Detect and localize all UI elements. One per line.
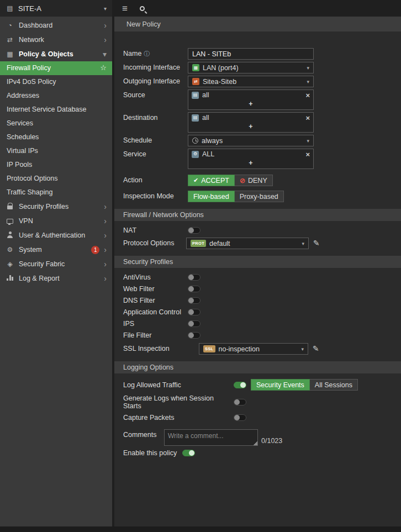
remove-service-icon[interactable]: ×	[305, 151, 310, 158]
add-destination-button[interactable]: +	[188, 123, 313, 132]
security-events-button[interactable]: Security Events	[251, 379, 310, 391]
sidebar-item-traffic-shaping[interactable]: Traffic Shaping	[0, 186, 112, 199]
comments-row: Comments 0/1023	[123, 429, 390, 446]
ssl-inspection-label: SSL Inspection	[123, 343, 199, 352]
capture-packets-toggle[interactable]	[234, 414, 246, 421]
sidebar-item-dashboard[interactable]: ◔ Dashboard ›	[0, 18, 112, 33]
sidebar-item-security-profiles[interactable]: Security Profiles ›	[0, 199, 112, 214]
caret-down-icon: ▾	[301, 346, 304, 352]
site-name: SITE-A	[18, 4, 41, 13]
vpn-monitor-icon	[6, 218, 14, 225]
deny-button[interactable]: ⊘ DENY	[235, 175, 273, 186]
antivirus-row: AntiVirus	[123, 273, 390, 281]
caret-down-icon: ▾	[302, 241, 304, 246]
file-filter-toggle[interactable]	[188, 332, 200, 339]
proxy-based-button[interactable]: Proxy-based	[235, 191, 284, 202]
log-allowed-traffic-label: Log Allowed Traffic	[123, 381, 234, 389]
nat-toggle[interactable]	[188, 227, 200, 234]
sidebar-item-services[interactable]: Services	[0, 117, 112, 130]
source-entry[interactable]: ▤ all ×	[188, 90, 313, 100]
comments-textarea[interactable]	[164, 429, 258, 446]
remove-source-icon[interactable]: ×	[305, 92, 310, 99]
accept-button[interactable]: ✔ ACCEPT	[188, 175, 235, 186]
sidebar-item-internet-service-database[interactable]: Internet Service Database	[0, 103, 112, 117]
section-security-profiles: Security Profiles	[114, 256, 401, 268]
outgoing-interface-value: Sitea-Siteb	[203, 78, 236, 86]
site-selector[interactable]: ▤ SITE-A ▾	[0, 0, 112, 17]
outgoing-interface-select[interactable]: ⇄ Sitea-Siteb ▾	[188, 76, 314, 87]
sidebar-item-system[interactable]: ⚙ System 1 ›	[0, 243, 112, 257]
schedule-select[interactable]: always ▾	[188, 135, 314, 146]
enable-policy-toggle[interactable]	[182, 450, 195, 456]
ssl-inspection-select[interactable]: SSL no-inspection ▾	[199, 343, 308, 355]
address-icon: ▤	[192, 92, 199, 99]
sidebar-item-firewall-policy[interactable]: Firewall Policy ☆	[0, 61, 112, 75]
incoming-interface-select[interactable]: ▦ LAN (port4) ▾	[188, 62, 314, 73]
incoming-interface-value: LAN (port4)	[203, 64, 239, 72]
ssl-badge: SSL	[203, 345, 215, 352]
outgoing-interface-row: Outgoing Interface ⇄ Sitea-Siteb ▾	[123, 76, 390, 87]
sidebar-item-virtual-ips[interactable]: Virtual IPs	[0, 144, 112, 158]
resize-grip[interactable]	[253, 441, 257, 445]
application-control-row: Application Control	[123, 308, 390, 316]
security-events-label: Security Events	[256, 381, 304, 389]
chevron-right-icon: ›	[104, 231, 107, 239]
action-row: Action ✔ ACCEPT ⊘ DENY	[123, 175, 390, 186]
application-control-label: Application Control	[123, 308, 188, 316]
sidebar-item-ip-pools[interactable]: IP Pools	[0, 158, 112, 172]
chevron-right-icon: ›	[104, 203, 107, 210]
notification-badge: 1	[91, 246, 99, 254]
nat-row: NAT	[123, 227, 390, 234]
name-label: Nameⓘ	[123, 48, 188, 58]
antivirus-toggle[interactable]	[188, 274, 200, 281]
main-area: ≡ New Policy Nameⓘ Incoming Interface	[112, 0, 401, 526]
sidebar-item-policy-objects[interactable]: ▦ Policy & Objects ▾	[0, 47, 112, 61]
sidebar-item-vpn[interactable]: VPN ›	[0, 214, 112, 228]
favorite-star-icon[interactable]: ☆	[100, 64, 107, 72]
log-allowed-traffic-toggle[interactable]	[234, 382, 246, 388]
sidebar-item-network[interactable]: ⇄ Network ›	[0, 33, 112, 47]
sidebar-item-user-authentication[interactable]: User & Authentication ›	[0, 228, 112, 243]
destination-entry[interactable]: ▤ all ×	[188, 113, 313, 123]
add-service-button[interactable]: +	[188, 159, 313, 168]
generate-logs-label: Generate Logs when Session Starts	[123, 394, 234, 410]
hamburger-menu-icon[interactable]: ≡	[122, 4, 128, 13]
source-box: ▤ all × +	[188, 89, 314, 110]
sidebar-item-log-report[interactable]: Log & Report ›	[0, 271, 112, 286]
chevron-right-icon: ›	[104, 217, 107, 225]
destination-label: Destination	[123, 112, 188, 122]
sidebar-item-protocol-options[interactable]: Protocol Options	[0, 172, 112, 186]
sidebar-item-label: VPN	[19, 217, 99, 225]
dns-filter-toggle[interactable]	[188, 297, 200, 304]
flow-based-button[interactable]: Flow-based	[188, 191, 235, 202]
sub-item-label: Internet Service Database	[7, 106, 87, 114]
network-icon: ⇄	[6, 36, 14, 43]
edit-protocol-icon[interactable]: ✎	[313, 238, 320, 247]
chevron-right-icon: ›	[104, 246, 107, 254]
service-entry[interactable]: ⚙ ALL ×	[188, 149, 313, 159]
add-source-button[interactable]: +	[188, 100, 313, 109]
sub-item-label: Addresses	[7, 92, 39, 101]
section-logging-options: Logging Options	[114, 361, 401, 373]
sidebar-item-security-fabric[interactable]: ◈ Security Fabric ›	[0, 257, 112, 271]
generate-logs-toggle[interactable]	[234, 399, 246, 405]
search-icon[interactable]	[140, 6, 145, 11]
sidebar-item-ipv4-dos-policy[interactable]: IPv4 DoS Policy	[0, 75, 112, 89]
edit-ssl-icon[interactable]: ✎	[313, 343, 319, 352]
application-control-toggle[interactable]	[188, 309, 200, 315]
ips-toggle[interactable]	[188, 320, 200, 327]
remove-destination-icon[interactable]: ×	[305, 114, 310, 122]
service-row: Service ⚙ ALL × +	[123, 149, 390, 169]
name-input[interactable]	[188, 48, 314, 60]
sidebar-item-addresses[interactable]: Addresses	[0, 89, 112, 103]
outgoing-interface-label: Outgoing Interface	[123, 76, 188, 85]
comments-field-wrap	[164, 429, 258, 446]
deny-icon: ⊘	[240, 177, 245, 185]
user-icon	[6, 231, 14, 239]
sub-item-label: Virtual IPs	[7, 147, 38, 156]
sidebar-item-schedules[interactable]: Schedules	[0, 130, 112, 144]
page-title: New Policy	[126, 20, 161, 28]
protocol-options-select[interactable]: PROT default ▾	[186, 238, 309, 249]
all-sessions-button[interactable]: All Sessions	[310, 379, 358, 391]
web-filter-toggle[interactable]	[188, 286, 200, 292]
